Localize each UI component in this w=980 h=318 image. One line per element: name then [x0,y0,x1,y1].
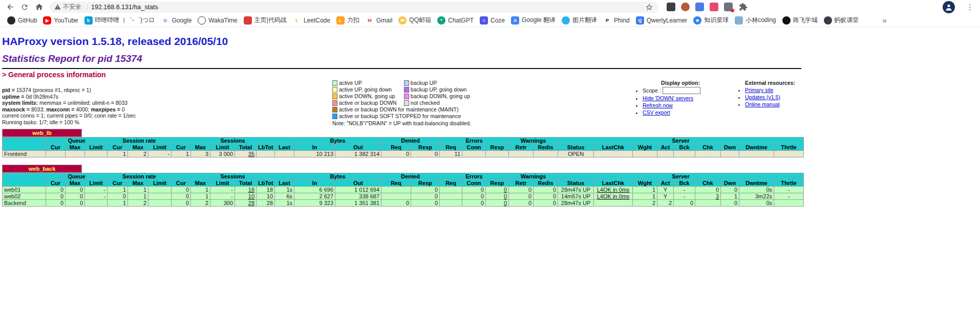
display-option-link[interactable]: Refresh now [643,102,673,108]
display-option-link[interactable]: Hide 'DOWN' servers [643,95,693,101]
bookmark-item[interactable]: ▶YouTube [40,15,81,26]
bookmark-label: Coze [491,17,505,24]
bookmark-item[interactable]: 主页|代码战 [241,15,290,26]
bookmark-item[interactable]: PPhind [600,15,633,26]
profile-avatar[interactable] [943,1,955,13]
bookmark-item[interactable]: 蚂蚁课堂 [821,15,862,26]
bookmark-label: Phind [614,17,630,24]
extension-icon-5[interactable] [724,3,733,11]
display-options: Display option: Scope : Hide 'DOWN' serv… [634,80,727,117]
col-header-max: Max [66,180,85,187]
bookmark-item[interactable]: AGoogle 翻译 [508,15,559,26]
home-button[interactable] [32,1,46,13]
legend-swatch [404,87,409,93]
bookmark-item[interactable]: QQwertyLearner [633,15,690,26]
extensions-puzzle-icon[interactable] [739,3,748,11]
browser-menu-button[interactable]: ⋮ [963,3,977,12]
bookmark-item[interactable]: MGmail [363,15,395,26]
cell-limit: - [210,193,235,200]
external-resource-link[interactable]: Updates (v1.5) [745,94,780,100]
bookmark-item[interactable]: ★知识星球 [690,15,732,26]
cell-cur: 0 [172,187,191,193]
external-resource-link[interactable]: Online manual [745,101,780,107]
col-header-dwntme: Dwntme [739,144,774,151]
col-group-denied: Denied [381,173,440,180]
bookmark-item[interactable]: WakaTime [195,15,240,26]
bookmark-item[interactable]: LLeetCode [290,15,333,26]
proxy-name-web_lb[interactable]: web_lb [2,129,82,137]
bookmarks-overflow-button[interactable]: » [883,16,887,25]
bookmark-label: 小林coding [745,16,776,25]
cell-lbtot: 10 [257,193,275,200]
bookmark-favicon-icon [562,16,570,25]
cell-in: 2 627 [294,193,335,200]
bookmark-item[interactable]: ✉QQ邮箱 [395,15,434,26]
col-header-retr: Retr [509,144,534,151]
reload-button[interactable] [17,1,32,13]
display-option-item: Hide 'DOWN' servers [643,95,727,101]
cell-limit [85,151,108,157]
bookmark-item[interactable]: 路飞学城 [779,15,821,26]
bookmark-item[interactable]: 图片翻译 [559,15,600,26]
legend-label: active DOWN, going up [339,93,395,99]
cell-lbtot: 18 [257,187,275,193]
cell-out: 1 382 314 [335,151,381,157]
address-bar[interactable]: 不安全 192.168.6.131/ha_stats [49,2,658,13]
cell-max: 2 [128,200,148,207]
col-group-sessions: Sessions [172,173,294,180]
col-header-dwntme: Dwntme [739,180,774,187]
bookmark-item[interactable]: ☺Coze [477,15,508,26]
bookmark-item[interactable]: *ChatGPT [434,15,477,26]
cell-last: 1s [275,200,294,207]
cell-req [440,200,462,207]
bookmark-item[interactable]: L力扣 [333,15,363,26]
report-subtitle: Statistics Report for pid 15374 [2,53,801,64]
extension-icon-2[interactable] [681,3,690,11]
col-header-bck: Bck [674,180,695,187]
col-header-wght: Wght [633,180,657,187]
cell-resp [486,151,509,157]
extension-icon-1[interactable] [667,3,675,11]
external-resource-link[interactable]: Primary site [745,87,773,93]
cell-conn: 0 [462,200,486,207]
corner-header-cell [3,138,46,151]
cell-req: 0 [381,151,411,157]
cell-dwn: 0 [721,187,739,193]
bookmark-item[interactable]: b哔哩哔哩（゜-゜)つロ [81,15,158,26]
cell-total: 28 [235,200,257,207]
col-group-session-rate: Session rate [108,138,172,144]
extension-icon-3[interactable] [695,3,704,11]
legend-label: backup UP [411,80,437,86]
col-group-errors: Errors [440,173,509,180]
cell-max: 0 [66,200,85,207]
cell-redis: 0 [534,193,558,200]
bookmark-favicon-icon: A [511,16,519,25]
page-title[interactable]: HAProxy version 1.5.18, released 2016/05… [2,35,801,48]
bookmarks-items: GitHub▶YouTubeb哔哩哔哩（゜-゜)つロGGoogleWakaTim… [4,15,862,26]
browser-chrome: 不安全 192.168.6.131/ha_stats ⋮ GitHub▶YouT… [0,0,980,27]
cell-dwntme: 3m22s [739,193,774,200]
display-option-link[interactable]: CSV export [643,109,670,116]
bookmark-label: YouTube [54,17,78,24]
scope-input[interactable] [663,87,700,94]
bookmark-item[interactable]: GGoogle [158,15,195,26]
bookmark-item[interactable]: 小林coding [732,15,779,26]
col-header-conn: Conn [462,144,486,151]
bookmark-item[interactable]: GitHub [4,15,40,26]
proxy-name-web_back[interactable]: web_back [2,165,82,173]
cell-limit: - [148,151,172,157]
bookmark-star-icon[interactable] [645,3,653,11]
col-header-chk: Chk [695,180,721,187]
legend-swatch [332,107,337,112]
extension-icon-4[interactable] [710,3,718,11]
back-button[interactable] [3,1,17,13]
cell-resp: 0 [411,187,440,193]
col-group-server: Server [558,138,804,144]
cell-total: 18 [235,187,257,193]
col-group-queue: Queue [46,173,108,180]
col-header-act: Act [657,180,674,187]
cell-out: 1 012 694 [335,187,381,193]
col-header-redis: Redis [534,180,558,187]
col-header-cur: Cur [46,180,66,187]
bookmark-label: 蚂蚁课堂 [835,16,859,25]
